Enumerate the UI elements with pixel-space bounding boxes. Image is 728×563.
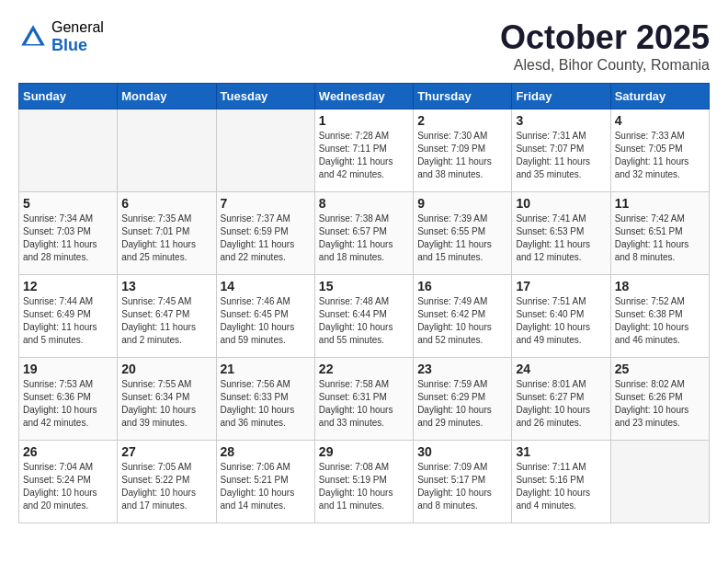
day-number: 17 [516,279,606,293]
logo: General Blue [18,18,104,56]
calendar-cell: 29Sunrise: 7:08 AM Sunset: 5:19 PM Dayli… [314,441,413,523]
calendar-week-row: 5Sunrise: 7:34 AM Sunset: 7:03 PM Daylig… [19,192,710,275]
day-number: 26 [23,444,113,459]
day-number: 7 [221,196,311,211]
weekday-header: Saturday [610,84,709,109]
day-info: Sunrise: 7:30 AM Sunset: 7:09 PM Dayligh… [417,130,507,181]
day-number: 15 [319,279,409,293]
location: Alesd, Bihor County, Romania [500,57,710,74]
calendar-cell: 27Sunrise: 7:05 AM Sunset: 5:22 PM Dayli… [118,441,216,523]
day-number: 10 [516,196,606,211]
day-info: Sunrise: 7:44 AM Sunset: 6:49 PM Dayligh… [23,295,113,347]
title-block: October 2025 Alesd, Bihor County, Romani… [500,18,710,74]
day-number: 2 [417,113,507,128]
calendar-cell: 8Sunrise: 7:38 AM Sunset: 6:57 PM Daylig… [314,192,413,275]
day-number: 6 [121,196,211,211]
day-number: 25 [615,362,705,376]
day-info: Sunrise: 7:58 AM Sunset: 6:31 PM Dayligh… [319,378,409,430]
day-number: 22 [319,362,409,376]
day-number: 28 [221,444,311,459]
calendar-cell [19,109,118,192]
day-number: 18 [615,279,705,293]
calendar-cell: 30Sunrise: 7:09 AM Sunset: 5:17 PM Dayli… [414,441,512,523]
day-number: 16 [417,279,507,293]
calendar-cell: 14Sunrise: 7:46 AM Sunset: 6:45 PM Dayli… [216,275,314,358]
day-info: Sunrise: 7:56 AM Sunset: 6:33 PM Dayligh… [221,378,311,430]
calendar-cell: 6Sunrise: 7:35 AM Sunset: 7:01 PM Daylig… [118,192,216,275]
calendar-cell: 20Sunrise: 7:55 AM Sunset: 6:34 PM Dayli… [118,358,216,441]
logo-general: General [51,18,104,36]
day-info: Sunrise: 7:34 AM Sunset: 7:03 PM Dayligh… [23,213,113,264]
day-number: 20 [121,362,211,376]
day-info: Sunrise: 8:02 AM Sunset: 6:26 PM Dayligh… [615,378,705,430]
calendar-table: SundayMondayTuesdayWednesdayThursdayFrid… [18,83,710,523]
day-number: 9 [417,196,507,211]
month-title: October 2025 [500,18,710,57]
calendar-cell: 23Sunrise: 7:59 AM Sunset: 6:29 PM Dayli… [414,358,512,441]
day-number: 11 [615,196,705,211]
day-info: Sunrise: 7:35 AM Sunset: 7:01 PM Dayligh… [121,213,211,264]
calendar-cell: 9Sunrise: 7:39 AM Sunset: 6:55 PM Daylig… [414,192,512,275]
calendar-cell: 17Sunrise: 7:51 AM Sunset: 6:40 PM Dayli… [512,275,610,358]
calendar-cell: 26Sunrise: 7:04 AM Sunset: 5:24 PM Dayli… [19,441,118,523]
day-info: Sunrise: 7:52 AM Sunset: 6:38 PM Dayligh… [615,295,705,347]
day-number: 5 [23,196,113,211]
day-info: Sunrise: 8:01 AM Sunset: 6:27 PM Dayligh… [516,378,606,430]
day-number: 31 [516,444,606,459]
day-info: Sunrise: 7:59 AM Sunset: 6:29 PM Dayligh… [417,378,507,430]
calendar-cell: 19Sunrise: 7:53 AM Sunset: 6:36 PM Dayli… [19,358,118,441]
calendar-cell: 5Sunrise: 7:34 AM Sunset: 7:03 PM Daylig… [19,192,118,275]
logo-blue: Blue [51,36,104,56]
day-number: 30 [417,444,507,459]
day-info: Sunrise: 7:33 AM Sunset: 7:05 PM Dayligh… [615,130,705,181]
day-info: Sunrise: 7:39 AM Sunset: 6:55 PM Dayligh… [417,213,507,264]
day-info: Sunrise: 7:09 AM Sunset: 5:17 PM Dayligh… [417,461,507,512]
day-number: 4 [615,113,705,128]
calendar-cell: 31Sunrise: 7:11 AM Sunset: 5:16 PM Dayli… [512,441,610,523]
calendar-cell: 1Sunrise: 7:28 AM Sunset: 7:11 PM Daylig… [314,109,413,192]
day-number: 3 [516,113,606,128]
day-number: 1 [319,113,409,128]
day-info: Sunrise: 7:51 AM Sunset: 6:40 PM Dayligh… [516,295,606,347]
calendar-week-row: 26Sunrise: 7:04 AM Sunset: 5:24 PM Dayli… [19,441,710,523]
calendar-cell: 10Sunrise: 7:41 AM Sunset: 6:53 PM Dayli… [512,192,610,275]
calendar-cell [118,109,216,192]
day-number: 8 [319,196,409,211]
day-info: Sunrise: 7:41 AM Sunset: 6:53 PM Dayligh… [516,213,606,264]
day-number: 29 [319,444,409,459]
day-number: 13 [121,279,211,293]
day-info: Sunrise: 7:04 AM Sunset: 5:24 PM Dayligh… [23,461,113,512]
day-info: Sunrise: 7:49 AM Sunset: 6:42 PM Dayligh… [417,295,507,347]
weekday-header-row: SundayMondayTuesdayWednesdayThursdayFrid… [19,84,710,109]
day-number: 21 [221,362,311,376]
day-info: Sunrise: 7:06 AM Sunset: 5:21 PM Dayligh… [221,461,311,512]
day-info: Sunrise: 7:53 AM Sunset: 6:36 PM Dayligh… [23,378,113,430]
day-info: Sunrise: 7:42 AM Sunset: 6:51 PM Dayligh… [615,213,705,264]
logo-icon [18,22,48,52]
day-info: Sunrise: 7:55 AM Sunset: 6:34 PM Dayligh… [121,378,211,430]
calendar-cell: 7Sunrise: 7:37 AM Sunset: 6:59 PM Daylig… [216,192,314,275]
calendar-cell: 18Sunrise: 7:52 AM Sunset: 6:38 PM Dayli… [610,275,709,358]
calendar-cell: 15Sunrise: 7:48 AM Sunset: 6:44 PM Dayli… [314,275,413,358]
calendar-cell: 2Sunrise: 7:30 AM Sunset: 7:09 PM Daylig… [414,109,512,192]
calendar-week-row: 19Sunrise: 7:53 AM Sunset: 6:36 PM Dayli… [19,358,710,441]
calendar-cell: 11Sunrise: 7:42 AM Sunset: 6:51 PM Dayli… [610,192,709,275]
day-info: Sunrise: 7:11 AM Sunset: 5:16 PM Dayligh… [516,461,606,512]
calendar-cell: 21Sunrise: 7:56 AM Sunset: 6:33 PM Dayli… [216,358,314,441]
day-number: 19 [23,362,113,376]
day-info: Sunrise: 7:37 AM Sunset: 6:59 PM Dayligh… [221,213,311,264]
weekday-header: Tuesday [216,84,314,109]
day-number: 12 [23,279,113,293]
page-header: General Blue October 2025 Alesd, Bihor C… [18,18,710,74]
calendar-cell: 22Sunrise: 7:58 AM Sunset: 6:31 PM Dayli… [314,358,413,441]
calendar-cell: 25Sunrise: 8:02 AM Sunset: 6:26 PM Dayli… [610,358,709,441]
day-number: 27 [121,444,211,459]
calendar-cell [610,441,709,523]
calendar-cell: 24Sunrise: 8:01 AM Sunset: 6:27 PM Dayli… [512,358,610,441]
day-number: 14 [221,279,311,293]
weekday-header: Friday [512,84,610,109]
weekday-header: Thursday [414,84,512,109]
day-info: Sunrise: 7:38 AM Sunset: 6:57 PM Dayligh… [319,213,409,264]
calendar-cell: 3Sunrise: 7:31 AM Sunset: 7:07 PM Daylig… [512,109,610,192]
calendar-week-row: 12Sunrise: 7:44 AM Sunset: 6:49 PM Dayli… [19,275,710,358]
